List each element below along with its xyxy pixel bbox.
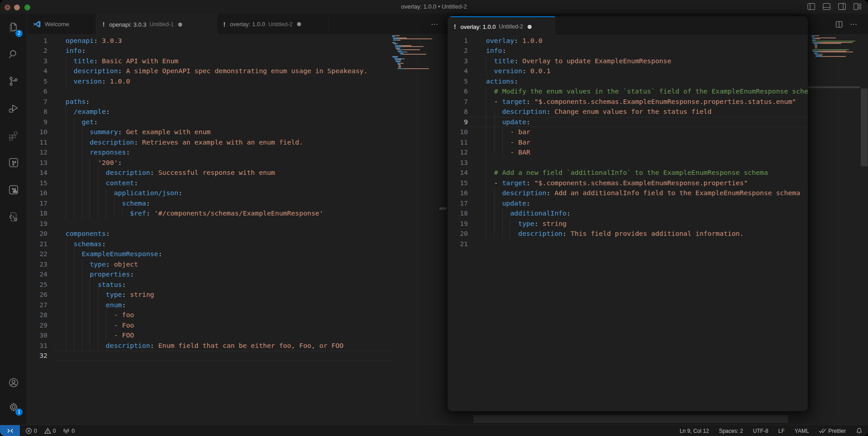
code-line: 25 status: (27, 280, 391, 290)
code-line: 3 title: Overlay to update ExampleEnumRe… (448, 56, 808, 66)
status-text: 0 (71, 428, 75, 434)
status-item[interactable]: Spaces: 2 (719, 428, 743, 434)
editor-actions-left-group[interactable]: ⋯ (431, 14, 438, 35)
split-editor-icon[interactable] (835, 21, 843, 28)
prettier-check-icon (819, 428, 826, 434)
code-line: 10 summary: Get example with enum (27, 127, 391, 137)
code-line: 18 $ref: '#/components/schemas/ExampleEn… (27, 208, 391, 219)
layout-sidebar-right-icon[interactable] (838, 3, 846, 10)
minimap[interactable] (811, 35, 860, 424)
status-item-bell-icon[interactable] (856, 427, 863, 434)
status-item-warning-icon[interactable]: 0 (44, 427, 56, 434)
tab-openapi-3-0-3[interactable]: !openapi: 3.0.3Untitled-1 (96, 14, 217, 35)
activity-tools-file-icon[interactable] (0, 203, 27, 230)
bell-icon (856, 427, 863, 434)
status-text: YAML (795, 428, 809, 434)
status-item[interactable]: Ln 9, Col 12 (679, 428, 709, 434)
code-line: 4 description: A simple OpenAPI spec dem… (27, 66, 391, 76)
code-line: 31 description: Enum field that can be e… (27, 341, 391, 351)
code-line: 27 enum: (27, 300, 391, 310)
activity-source-control-icon[interactable] (0, 68, 27, 95)
status-text: UTF-8 (753, 428, 769, 434)
vscode-logo-icon (33, 20, 41, 28)
overview-ruler-cursor (439, 207, 447, 210)
status-item-error-icon[interactable]: 0 (25, 427, 37, 434)
activity-files-icon[interactable]: 2 (0, 14, 27, 41)
modified-dot-icon[interactable] (528, 25, 532, 29)
code-line: 5actions: (448, 76, 808, 87)
status-text: Prettier (828, 428, 846, 434)
code-line: 2info: (448, 46, 808, 56)
close-button[interactable] (5, 5, 10, 10)
maximize-button[interactable] (24, 5, 30, 10)
code-line: 29 - Foo (27, 320, 391, 331)
window-title: overlay: 1.0.0 • Untitled-2 (344, 0, 524, 14)
exclaim-icon: ! (453, 23, 457, 30)
minimap[interactable] (392, 35, 439, 424)
code-line: 21 schemas: (27, 239, 391, 249)
code-line: 22 ExampleEnumResponse: (27, 249, 391, 259)
status-text: Ln 9, Col 12 (679, 428, 709, 434)
activity-terraform-icon[interactable] (0, 149, 27, 176)
status-item[interactable]: YAML (795, 428, 809, 434)
minimize-button[interactable] (14, 5, 20, 10)
code-line: 14 description: Successful response with… (27, 168, 391, 178)
code-line: 18 additionalInfo: (448, 208, 808, 219)
code-line: 4 version: 0.0.1 (448, 66, 808, 76)
editor-actions-right-group: ⋯ (835, 14, 857, 35)
more-actions-icon[interactable]: ⋯ (850, 20, 857, 28)
code-line: 19 type: string (448, 219, 808, 229)
layout-sidebar-left-icon[interactable] (807, 3, 815, 10)
modified-dot-icon[interactable] (297, 22, 301, 26)
tab-detail: Untitled-2 (268, 21, 292, 28)
code-line: 8 /example: (27, 107, 391, 117)
remote-indicator[interactable] (0, 425, 20, 436)
status-item-prettier-check-icon[interactable]: Prettier (819, 428, 846, 434)
code-line: 6 (27, 86, 391, 97)
editor-openapi[interactable]: 1openapi: 3.0.32info:3 title: Basic API … (27, 35, 448, 425)
code-line: 23 type: object (27, 259, 391, 270)
code-line: 13 (448, 158, 808, 168)
floating-editor-window: ! overlay: 1.0.0 Untitled-2 1overlay: 1.… (448, 16, 808, 411)
activity-search-icon[interactable] (0, 41, 27, 68)
titlebar: overlay: 1.0.0 • Untitled-2 (0, 0, 868, 14)
code-line: 10 - bar (448, 127, 808, 137)
activity-account-icon[interactable] (0, 370, 27, 395)
error-icon (25, 427, 32, 434)
tab-overlay-untitled-2[interactable]: ! overlay: 1.0.0 Untitled-2 (448, 16, 555, 36)
tab-overlay-1-0-0[interactable]: !overlay: 1.0.0Untitled-2 (217, 14, 329, 35)
status-text: 0 (34, 428, 37, 434)
code-line: 15 content: (27, 178, 391, 188)
code-line: 7paths: (27, 97, 391, 107)
horizontal-scrollbar[interactable] (473, 415, 788, 423)
editor-overlay[interactable]: 1overlay: 1.0.02info:3 title: Overlay to… (448, 36, 808, 249)
code-line: 17 schema: (27, 198, 391, 209)
vertical-scrollbar[interactable] (861, 89, 868, 166)
code-line: 16 description: Add an additionalInfo fi… (448, 188, 808, 198)
modified-dot-icon[interactable] (178, 23, 182, 27)
activity-extensions-icon[interactable] (0, 122, 27, 149)
status-item[interactable]: UTF-8 (753, 428, 769, 434)
code-line: 12 - BAR (448, 147, 808, 158)
tab-welcome[interactable]: Welcome (27, 14, 96, 35)
code-line: 2info: (27, 46, 391, 56)
activity-settings-gear-icon[interactable]: 1 (0, 395, 27, 419)
code-line: 9 get: (27, 117, 391, 127)
code-line: 21 (448, 239, 808, 249)
status-text: LF (778, 428, 785, 434)
activity-terraform-cloud-icon[interactable] (0, 176, 27, 203)
status-text: 0 (53, 428, 56, 434)
status-item-ports-icon[interactable]: 0 (63, 427, 75, 434)
code-line: 20components: (27, 229, 391, 239)
layout-customize-icon[interactable] (854, 3, 861, 10)
activity-bar: 2 1 (0, 14, 27, 425)
layout-panel-icon[interactable] (823, 3, 830, 10)
code-line: 30 - FOO (27, 330, 391, 341)
badge: 1 (15, 408, 23, 416)
more-actions-icon[interactable]: ⋯ (431, 20, 438, 28)
code-line: 9 update: (448, 117, 808, 127)
code-line: 5 version: 1.0.0 (27, 76, 391, 87)
status-item[interactable]: LF (778, 428, 785, 434)
activity-run-debug-icon[interactable] (0, 95, 27, 122)
tab-label: Welcome (45, 21, 69, 28)
